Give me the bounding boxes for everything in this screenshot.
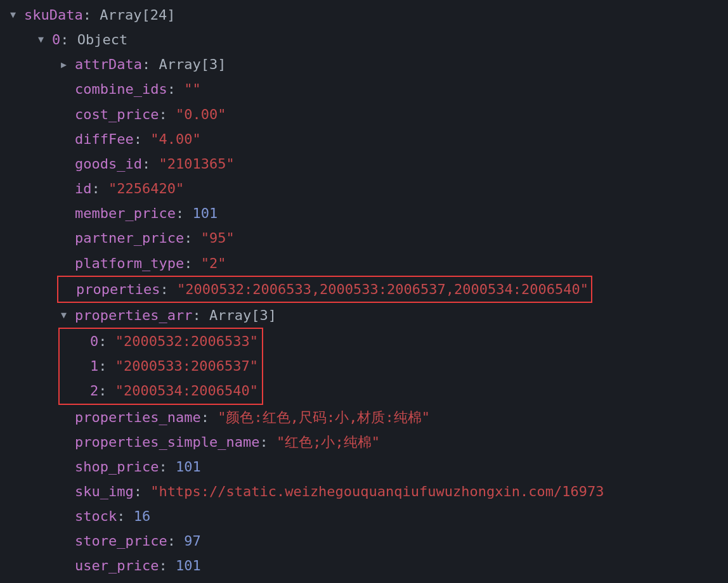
value-number: 16 (134, 504, 151, 529)
value-string: "95" (201, 226, 235, 250)
colon: : (117, 504, 125, 529)
tree-row-properties_arr[interactable]: properties_arr: Array[3] (0, 303, 728, 328)
tree-row-index-0[interactable]: 0: Object (0, 27, 728, 52)
caret-down-icon[interactable] (38, 31, 52, 48)
tree-row-properties_name[interactable]: properties_name: "颜色:红色,尺码:小,材质:纯棉" (0, 405, 728, 430)
value-string: "颜色:红色,尺码:小,材质:纯棉" (218, 405, 430, 430)
tree-row-platform_type[interactable]: platform_type: "2" (0, 251, 728, 276)
caret-down-icon[interactable] (61, 307, 75, 324)
key-label: 0 (52, 27, 60, 52)
tree-row-skuData[interactable]: skuData: Array[24] (0, 3, 728, 27)
value-string: "2000533:2006537" (115, 354, 258, 378)
colon: : (192, 303, 200, 328)
tree-row-stock[interactable]: stock: 16 (0, 504, 728, 529)
key-label: skuData (24, 3, 83, 27)
key-label: combine_ids (75, 77, 167, 101)
value-number: 101 (176, 553, 201, 578)
colon: : (134, 479, 142, 504)
colon: : (167, 77, 176, 101)
value-number: 101 (176, 454, 201, 479)
type-info: Array[24] (100, 3, 175, 27)
value-string: "2256420" (108, 176, 184, 201)
colon: : (259, 430, 268, 454)
colon: : (159, 102, 167, 127)
tree-row-pa1[interactable]: 1: "2000533:2006537" (63, 354, 258, 378)
value-string: "2101365" (159, 151, 234, 176)
key-label: attrData (75, 52, 142, 77)
tree-row-combine_ids[interactable]: combine_ids: "" (0, 77, 728, 101)
key-label: member_price (75, 201, 176, 226)
tree-row-sku_img[interactable]: sku_img: "https://static.weizhegouquanqi… (0, 479, 728, 504)
colon: : (142, 151, 150, 176)
tree-row-pa2[interactable]: 2: "2000534:2006540" (63, 378, 258, 403)
value-string: "4.00" (150, 127, 200, 151)
value-string: "2000534:2006540" (115, 378, 258, 403)
key-label: store_price (75, 529, 167, 553)
value-string: "https://static.weizhegouquanqiufuwuzhon… (150, 479, 604, 504)
colon: : (167, 529, 176, 553)
tree-row-member_price[interactable]: member_price: 101 (0, 201, 728, 226)
value-string: "" (184, 77, 201, 101)
highlight-box-group: 0: "2000532:2006533" 1: "2000533:2006537… (58, 328, 263, 404)
colon: : (159, 553, 167, 578)
type-info: Array[3] (159, 52, 226, 77)
colon: : (201, 405, 209, 430)
colon: : (92, 176, 100, 201)
colon: : (98, 378, 107, 403)
colon: : (160, 277, 168, 302)
value-number: 101 (192, 201, 218, 226)
colon: : (83, 3, 91, 27)
highlight-box: properties: "2000532:2006533,2000533:200… (57, 276, 592, 303)
tree-row-cost_price[interactable]: cost_price: "0.00" (0, 102, 728, 127)
tree-row-goods_id[interactable]: goods_id: "2101365" (0, 151, 728, 176)
colon: : (176, 201, 184, 226)
tree-row-user_price[interactable]: user_price: 101 (0, 553, 728, 578)
type-info: Array[3] (209, 303, 276, 328)
tree-row-diffFee[interactable]: diffFee: "4.00" (0, 127, 728, 151)
key-label: cost_price (75, 102, 159, 127)
colon: : (98, 354, 107, 378)
tree-row-store_price[interactable]: store_price: 97 (0, 529, 728, 553)
tree-row-properties_simple_name[interactable]: properties_simple_name: "红色;小;纯棉" (0, 430, 728, 454)
key-label: shop_price (75, 454, 159, 479)
key-label: diffFee (75, 127, 134, 151)
tree-row-id[interactable]: id: "2256420" (0, 176, 728, 201)
caret-right-icon[interactable] (61, 56, 75, 74)
key-label: properties_name (75, 405, 201, 430)
colon: : (134, 127, 142, 151)
value-string: "2" (201, 251, 226, 276)
key-label: 1 (90, 354, 98, 378)
key-label: goods_id (75, 151, 142, 176)
value-string: "2000532:2006533,2000533:2006537,2000534… (177, 277, 588, 302)
key-label: properties (76, 277, 160, 302)
key-label: properties_simple_name (75, 430, 259, 454)
tree-row-attrData[interactable]: attrData: Array[3] (0, 52, 728, 77)
colon: : (184, 251, 192, 276)
key-label: sku_img (75, 479, 134, 504)
key-label: stock (75, 504, 117, 529)
colon: : (184, 226, 192, 250)
colon: : (159, 454, 167, 479)
tree-row-pa0[interactable]: 0: "2000532:2006533" (63, 329, 258, 354)
key-label: properties_arr (75, 303, 192, 328)
value-string: "0.00" (176, 102, 226, 127)
value-number: 97 (184, 529, 201, 553)
value-string: "2000532:2006533" (115, 329, 258, 354)
caret-down-icon[interactable] (10, 6, 24, 23)
key-label: 2 (90, 378, 98, 403)
type-info: Object (77, 27, 127, 52)
key-label: 0 (90, 329, 98, 354)
value-string: "红色;小;纯棉" (276, 430, 380, 454)
tree-row-partner_price[interactable]: partner_price: "95" (0, 226, 728, 250)
tree-row-shop_price[interactable]: shop_price: 101 (0, 454, 728, 479)
key-label: user_price (75, 553, 159, 578)
key-label: id (75, 176, 92, 201)
colon: : (142, 52, 150, 77)
key-label: platform_type (75, 251, 184, 276)
colon: : (98, 329, 107, 354)
key-label: partner_price (75, 226, 184, 250)
tree-row-properties[interactable]: properties: "2000532:2006533,2000533:200… (0, 276, 728, 303)
colon: : (60, 27, 68, 52)
